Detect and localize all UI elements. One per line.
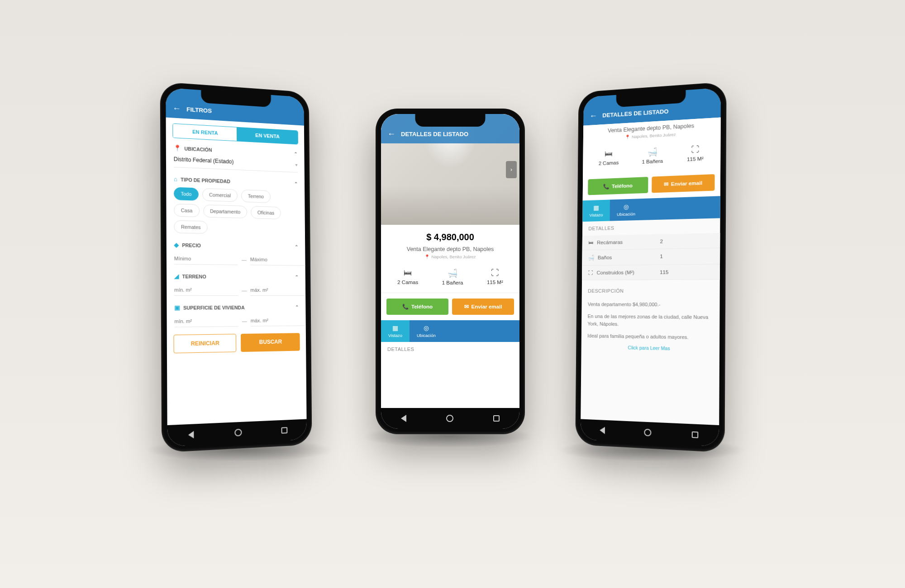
superficie-max-input[interactable] bbox=[251, 315, 307, 327]
precio-max-input[interactable] bbox=[250, 254, 307, 266]
nav-back-icon[interactable] bbox=[188, 431, 194, 439]
header-title: DETALLES DE LISTADO bbox=[602, 108, 668, 119]
area-icon: ⛶ bbox=[487, 268, 503, 278]
phone-button[interactable]: 📞Teléfono bbox=[386, 299, 448, 315]
row-recamaras: 🛏Recámaras 2 bbox=[582, 233, 720, 250]
bed-icon: 🛏 bbox=[599, 149, 619, 159]
section-superficie[interactable]: ▣ SUPERFICIE DE VIVIENDA ⌃ bbox=[174, 304, 299, 311]
nav-recent-icon[interactable] bbox=[493, 415, 500, 422]
bath-icon: 🛁 bbox=[642, 147, 663, 157]
section-tipo[interactable]: ⌂ TIPO DE PROPIEDAD ⌃ bbox=[174, 175, 298, 187]
pin-icon: 📍 bbox=[625, 134, 630, 139]
caret-icon: ⌃ bbox=[294, 181, 298, 186]
chevron-down-icon: ▾ bbox=[295, 162, 298, 167]
bed-icon: 🛏 bbox=[397, 268, 418, 278]
phone-button[interactable]: 📞Teléfono bbox=[588, 177, 648, 195]
phone-filters: ← FILTROS EN RENTA EN VENTA 📍 UBICACIÓN … bbox=[160, 82, 312, 453]
listing-price: $ 4,980,000 bbox=[381, 225, 519, 246]
caret-icon: ⌃ bbox=[295, 304, 299, 309]
header-title: DETALLES DE LISTADO bbox=[401, 131, 468, 138]
grid-icon: ▦ bbox=[593, 204, 599, 211]
stat-baths: 🛁1 Bañera bbox=[442, 268, 463, 285]
stat-area: ⛶115 M² bbox=[487, 268, 503, 285]
back-icon[interactable]: ← bbox=[387, 129, 395, 139]
chip-oficinas[interactable]: Oficinas bbox=[251, 206, 281, 219]
read-more-link[interactable]: Click para Leer Mas bbox=[581, 344, 720, 356]
tab-ubicacion[interactable]: ◎Ubicación bbox=[610, 199, 643, 221]
back-icon[interactable]: ← bbox=[172, 104, 181, 114]
superficie-min-input[interactable] bbox=[174, 315, 238, 327]
bed-icon: 🛏 bbox=[588, 240, 594, 246]
chip-terreno[interactable]: Terreno bbox=[241, 190, 271, 203]
row-banos: 🛁Baños 1 bbox=[582, 248, 720, 266]
mail-icon: ✉ bbox=[664, 181, 668, 187]
terreno-min-input[interactable] bbox=[174, 285, 238, 296]
android-navbar bbox=[381, 408, 519, 429]
search-button[interactable]: BUSCAR bbox=[241, 333, 300, 352]
reset-button[interactable]: REINICIAR bbox=[173, 334, 236, 353]
bath-icon: 🛁 bbox=[442, 268, 463, 278]
stat-beds: 🛏2 Camas bbox=[599, 149, 619, 166]
detalles-label: DETALLES bbox=[381, 342, 519, 356]
caret-icon: ⌃ bbox=[295, 244, 298, 249]
caret-icon: ⌃ bbox=[295, 275, 299, 280]
row-construidos: ⛶Construidos (M²) 115 bbox=[582, 264, 720, 280]
home-icon: ⌂ bbox=[174, 175, 177, 183]
caret-icon: ⌃ bbox=[294, 152, 297, 156]
phone-listing: ← DETALLES DE LISTADO › $ 4,980,000 Vent… bbox=[376, 109, 525, 434]
terreno-max-input[interactable] bbox=[250, 285, 306, 296]
tab-vistazo[interactable]: ▦Vistazo bbox=[582, 199, 610, 222]
land-icon: ◢ bbox=[174, 273, 179, 280]
listing-title: Venta Elegante depto PB, Napoles bbox=[381, 246, 519, 252]
back-icon[interactable]: ← bbox=[590, 111, 597, 121]
tab-vistazo[interactable]: ▦Vistazo bbox=[381, 320, 410, 342]
tag-icon: ◆ bbox=[174, 242, 179, 248]
phone-icon: 📞 bbox=[603, 183, 610, 190]
nav-home-icon[interactable] bbox=[446, 415, 453, 422]
area-icon: ▣ bbox=[174, 304, 180, 311]
nav-recent-icon[interactable] bbox=[692, 432, 699, 438]
listing-subtitle: 📍 Napoles, Benito Juárez bbox=[381, 252, 519, 266]
mail-icon: ✉ bbox=[464, 303, 469, 310]
phone-detail: ← DETALLES DE LISTADO Venta Elegante dep… bbox=[575, 82, 726, 453]
descripcion-label: DESCRIPCIÓN bbox=[582, 280, 720, 298]
email-button[interactable]: ✉Enviar email bbox=[652, 174, 714, 193]
nav-back-icon[interactable] bbox=[401, 415, 406, 422]
pin-icon: 📍 bbox=[174, 144, 181, 152]
pin-icon: 📍 bbox=[424, 254, 430, 259]
grid-icon: ▦ bbox=[392, 324, 398, 332]
chip-remates[interactable]: Remates bbox=[174, 220, 208, 234]
chip-comercial[interactable]: Comercial bbox=[202, 188, 238, 202]
header-title: FILTROS bbox=[186, 106, 212, 114]
nav-home-icon[interactable] bbox=[234, 429, 242, 436]
bath-icon: 🛁 bbox=[588, 255, 594, 261]
area-icon: ⛶ bbox=[588, 270, 593, 275]
section-precio[interactable]: ◆ PRECIO ⌃ bbox=[174, 242, 298, 251]
nav-recent-icon[interactable] bbox=[281, 427, 288, 434]
chip-casa[interactable]: Casa bbox=[174, 204, 200, 217]
stat-beds: 🛏2 Camas bbox=[397, 268, 418, 285]
tab-ubicacion[interactable]: ◎Ubicación bbox=[410, 320, 443, 342]
stat-area: ⛶115 M² bbox=[687, 144, 704, 162]
chip-departamento[interactable]: Departamento bbox=[203, 204, 248, 218]
area-icon: ⛶ bbox=[687, 144, 704, 155]
nav-back-icon[interactable] bbox=[600, 427, 605, 434]
section-terreno[interactable]: ◢ TERRENO ⌃ bbox=[174, 273, 299, 280]
precio-min-input[interactable] bbox=[174, 253, 238, 265]
phone-icon: 📞 bbox=[402, 303, 409, 310]
pin-icon: ◎ bbox=[424, 324, 429, 332]
stat-baths: 🛁1 Bañera bbox=[642, 147, 663, 165]
photo-next-icon[interactable]: › bbox=[506, 161, 517, 178]
pin-icon: ◎ bbox=[624, 203, 629, 210]
description-text: Venta departamento $4,980,000.- En una d… bbox=[581, 298, 720, 342]
nav-home-icon[interactable] bbox=[644, 429, 651, 436]
email-button[interactable]: ✉Enviar email bbox=[452, 299, 514, 315]
chip-todo[interactable]: Todo bbox=[174, 187, 199, 201]
